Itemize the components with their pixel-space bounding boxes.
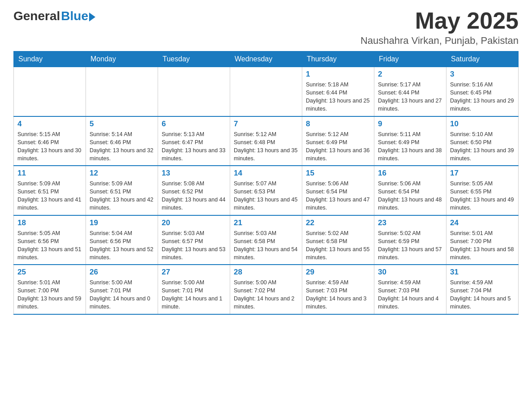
calendar-cell: 17Sunrise: 5:05 AMSunset: 6:55 PMDayligh… [446,166,519,215]
calendar-cell: 20Sunrise: 5:03 AMSunset: 6:57 PMDayligh… [158,215,230,265]
title-section: May 2025 Naushahra Virkan, Punjab, Pakis… [360,9,519,47]
calendar-cell [230,67,302,116]
day-info: Sunrise: 5:12 AMSunset: 6:48 PMDaylight:… [234,130,298,163]
calendar-header-saturday: Saturday [446,51,519,67]
day-info: Sunrise: 5:02 AMSunset: 6:59 PMDaylight:… [378,229,442,262]
day-number: 26 [90,268,154,277]
day-info: Sunrise: 4:59 AMSunset: 7:03 PMDaylight:… [306,278,370,311]
calendar-week-3: 11Sunrise: 5:09 AMSunset: 6:51 PMDayligh… [14,166,519,215]
calendar-cell: 6Sunrise: 5:13 AMSunset: 6:47 PMDaylight… [158,116,230,166]
day-info: Sunrise: 5:07 AMSunset: 6:53 PMDaylight:… [234,180,298,212]
day-info: Sunrise: 4:59 AMSunset: 7:03 PMDaylight:… [378,278,442,311]
calendar-cell: 12Sunrise: 5:09 AMSunset: 6:51 PMDayligh… [86,166,158,215]
day-number: 5 [90,120,154,128]
calendar-header-monday: Monday [86,51,158,67]
page-header: General Blue May 2025 Naushahra Virkan, … [13,9,519,47]
calendar-cell: 14Sunrise: 5:07 AMSunset: 6:53 PMDayligh… [230,166,302,215]
day-number: 12 [90,169,154,178]
day-number: 10 [450,120,515,128]
calendar-cell: 21Sunrise: 5:03 AMSunset: 6:58 PMDayligh… [230,215,302,265]
logo: General Blue [13,9,95,23]
day-number: 25 [17,268,82,277]
calendar-cell: 15Sunrise: 5:06 AMSunset: 6:54 PMDayligh… [302,166,374,215]
day-info: Sunrise: 5:15 AMSunset: 6:46 PMDaylight:… [17,130,82,163]
calendar-cell: 3Sunrise: 5:16 AMSunset: 6:45 PMDaylight… [446,67,519,116]
calendar-cell: 4Sunrise: 5:15 AMSunset: 6:46 PMDaylight… [14,116,86,166]
day-info: Sunrise: 5:01 AMSunset: 7:00 PMDaylight:… [17,278,82,311]
calendar-table: SundayMondayTuesdayWednesdayThursdayFrid… [13,51,519,315]
calendar-cell: 2Sunrise: 5:17 AMSunset: 6:44 PMDaylight… [374,67,446,116]
calendar-cell: 18Sunrise: 5:05 AMSunset: 6:56 PMDayligh… [14,215,86,265]
day-number: 7 [234,120,298,128]
day-number: 11 [17,169,82,178]
day-info: Sunrise: 4:59 AMSunset: 7:04 PMDaylight:… [450,278,515,311]
calendar-cell: 31Sunrise: 4:59 AMSunset: 7:04 PMDayligh… [446,265,519,314]
day-info: Sunrise: 5:02 AMSunset: 6:58 PMDaylight:… [306,229,370,262]
day-number: 4 [17,120,82,128]
calendar-cell: 7Sunrise: 5:12 AMSunset: 6:48 PMDaylight… [230,116,302,166]
day-info: Sunrise: 5:05 AMSunset: 6:55 PMDaylight:… [450,180,515,212]
day-info: Sunrise: 5:10 AMSunset: 6:50 PMDaylight:… [450,130,515,163]
day-info: Sunrise: 5:16 AMSunset: 6:45 PMDaylight:… [450,81,515,113]
day-info: Sunrise: 5:18 AMSunset: 6:44 PMDaylight:… [306,81,370,113]
calendar-cell: 22Sunrise: 5:02 AMSunset: 6:58 PMDayligh… [302,215,374,265]
calendar-cell [86,67,158,116]
day-number: 28 [234,268,298,277]
calendar-cell: 19Sunrise: 5:04 AMSunset: 6:56 PMDayligh… [86,215,158,265]
day-info: Sunrise: 5:09 AMSunset: 6:51 PMDaylight:… [90,180,154,212]
calendar-cell: 1Sunrise: 5:18 AMSunset: 6:44 PMDaylight… [302,67,374,116]
day-number: 1 [306,70,370,79]
day-info: Sunrise: 5:12 AMSunset: 6:49 PMDaylight:… [306,130,370,163]
calendar-cell: 16Sunrise: 5:06 AMSunset: 6:54 PMDayligh… [374,166,446,215]
day-info: Sunrise: 5:04 AMSunset: 6:56 PMDaylight:… [90,229,154,262]
day-number: 22 [306,218,370,227]
calendar-week-2: 4Sunrise: 5:15 AMSunset: 6:46 PMDaylight… [14,116,519,166]
day-info: Sunrise: 5:08 AMSunset: 6:52 PMDaylight:… [162,180,226,212]
day-info: Sunrise: 5:11 AMSunset: 6:49 PMDaylight:… [378,130,442,163]
calendar-week-5: 25Sunrise: 5:01 AMSunset: 7:00 PMDayligh… [14,265,519,314]
day-info: Sunrise: 5:03 AMSunset: 6:58 PMDaylight:… [234,229,298,262]
calendar-header-tuesday: Tuesday [158,51,230,67]
day-number: 19 [90,218,154,227]
calendar-cell: 29Sunrise: 4:59 AMSunset: 7:03 PMDayligh… [302,265,374,314]
day-number: 29 [306,268,370,277]
calendar-cell: 26Sunrise: 5:00 AMSunset: 7:01 PMDayligh… [86,265,158,314]
day-number: 23 [378,218,442,227]
location-title: Naushahra Virkan, Punjab, Pakistan [360,35,519,47]
calendar-cell: 28Sunrise: 5:00 AMSunset: 7:02 PMDayligh… [230,265,302,314]
calendar-week-4: 18Sunrise: 5:05 AMSunset: 6:56 PMDayligh… [14,215,519,265]
day-info: Sunrise: 5:06 AMSunset: 6:54 PMDaylight:… [378,180,442,212]
calendar-cell [158,67,230,116]
day-info: Sunrise: 5:01 AMSunset: 7:00 PMDaylight:… [450,229,515,262]
day-info: Sunrise: 5:00 AMSunset: 7:01 PMDaylight:… [162,278,226,311]
day-number: 24 [450,218,515,227]
day-number: 15 [306,169,370,178]
calendar-header-sunday: Sunday [14,51,86,67]
day-number: 27 [162,268,226,277]
calendar-header-thursday: Thursday [302,51,374,67]
calendar-cell: 23Sunrise: 5:02 AMSunset: 6:59 PMDayligh… [374,215,446,265]
logo-blue: Blue [61,9,88,23]
calendar-cell [14,67,86,116]
day-info: Sunrise: 5:00 AMSunset: 7:02 PMDaylight:… [234,278,298,311]
month-title: May 2025 [360,9,519,32]
calendar-cell: 24Sunrise: 5:01 AMSunset: 7:00 PMDayligh… [446,215,519,265]
calendar-week-1: 1Sunrise: 5:18 AMSunset: 6:44 PMDaylight… [14,67,519,116]
day-info: Sunrise: 5:05 AMSunset: 6:56 PMDaylight:… [17,229,82,262]
day-number: 16 [378,169,442,178]
day-info: Sunrise: 5:14 AMSunset: 6:46 PMDaylight:… [90,130,154,163]
day-number: 30 [378,268,442,277]
logo-arrow-icon [89,13,95,21]
calendar-cell: 8Sunrise: 5:12 AMSunset: 6:49 PMDaylight… [302,116,374,166]
day-number: 8 [306,120,370,128]
day-info: Sunrise: 5:03 AMSunset: 6:57 PMDaylight:… [162,229,226,262]
calendar-header-row: SundayMondayTuesdayWednesdayThursdayFrid… [14,51,519,67]
logo-general: General [13,9,60,23]
calendar-header-friday: Friday [374,51,446,67]
day-number: 6 [162,120,226,128]
day-number: 17 [450,169,515,178]
day-number: 14 [234,169,298,178]
day-info: Sunrise: 5:06 AMSunset: 6:54 PMDaylight:… [306,180,370,212]
logo-line1: General Blue [13,9,95,23]
day-info: Sunrise: 5:13 AMSunset: 6:47 PMDaylight:… [162,130,226,163]
